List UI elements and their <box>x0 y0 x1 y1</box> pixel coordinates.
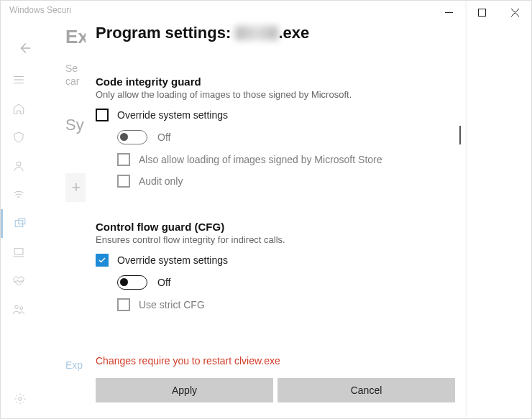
program-settings-dialog: Program settings: .exe Code integrity gu… <box>86 1 465 418</box>
section-title-cfg: Control flow guard (CFG) <box>96 221 459 233</box>
label-cig-audit: Audit only <box>139 175 183 187</box>
cancel-button[interactable]: Cancel <box>278 378 455 402</box>
checkbox-cig-audit[interactable] <box>117 175 130 188</box>
label-cfg-override: Override system settings <box>117 254 228 266</box>
checkbox-cig-store[interactable] <box>117 153 130 166</box>
label-cfg-strict: Use strict CFG <box>139 299 205 310</box>
checkbox-cig-override[interactable] <box>96 109 109 121</box>
svg-rect-7 <box>478 9 485 16</box>
checkbox-cfg-override[interactable] <box>96 254 109 267</box>
label-cig-store: Also allow loading of images signed by M… <box>139 154 382 165</box>
redacted-program-name <box>235 26 278 40</box>
toggle-cfg-state: Off <box>157 277 170 288</box>
dialog-title: Program settings: .exe <box>96 24 459 42</box>
apply-button[interactable]: Apply <box>96 378 273 402</box>
section-desc-cig: Only allow the loading of images to thos… <box>96 89 459 100</box>
maximize-button[interactable] <box>465 1 498 24</box>
section-title-cig: Code integrity guard <box>96 75 459 88</box>
close-button[interactable] <box>498 1 531 24</box>
checkbox-cfg-strict[interactable] <box>117 298 130 311</box>
toggle-cig[interactable] <box>117 130 147 144</box>
toggle-cfg[interactable] <box>117 275 147 290</box>
section-desc-cfg: Ensures control flow integrity for indir… <box>96 234 459 245</box>
toggle-cig-state: Off <box>157 132 170 143</box>
restart-warning: Changes require you to restart clview.ex… <box>96 355 280 367</box>
minimize-button[interactable] <box>432 1 465 24</box>
text-caret <box>459 126 461 144</box>
label-cig-override: Override system settings <box>117 109 228 121</box>
